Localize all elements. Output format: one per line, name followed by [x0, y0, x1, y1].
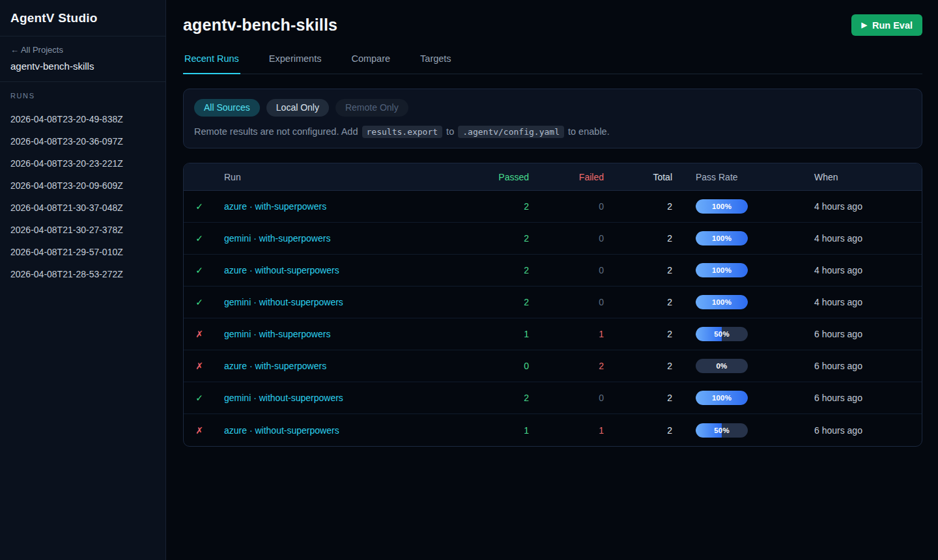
total-count: 2 — [609, 233, 677, 244]
run-eval-button[interactable]: ▶ Run Eval — [851, 14, 922, 36]
filter-pill-all-sources[interactable]: All Sources — [194, 99, 260, 117]
pass-rate-cell: 100% — [677, 199, 814, 214]
run-cell: azure · with-superpowers — [215, 361, 456, 371]
status-fail-icon: ✗ — [184, 425, 215, 436]
sidebar-run-item[interactable]: 2026-04-08T21-28-53-272Z — [10, 263, 155, 285]
pass-rate-pill: 100% — [696, 263, 748, 277]
passed-count: 2 — [456, 393, 534, 403]
remote-config-note: Remote results are not configured. Add r… — [194, 126, 911, 137]
main-header: agentv-bench-skills ▶ Run Eval — [183, 14, 922, 36]
app-root: AgentV Studio ← All Projects agentv-benc… — [0, 0, 938, 560]
passed-count: 2 — [456, 297, 534, 307]
pass-rate-cell: 100% — [677, 263, 814, 277]
run-cell: gemini · with-superpowers — [215, 233, 456, 244]
when-cell: 6 hours ago — [814, 425, 922, 436]
pass-rate-pill: 50% — [696, 327, 748, 341]
run-link[interactable]: gemini · without-superpowers — [224, 393, 343, 403]
when-cell: 4 hours ago — [814, 297, 922, 307]
total-count: 2 — [609, 201, 677, 212]
run-link[interactable]: azure · without-superpowers — [224, 265, 339, 275]
sidebar-run-item[interactable]: 2026-04-08T23-20-09-609Z — [10, 175, 155, 197]
pass-rate-label: 50% — [696, 327, 748, 341]
status-pass-icon: ✓ — [184, 233, 215, 244]
col-when: When — [814, 172, 922, 182]
pass-rate-pill: 100% — [696, 295, 748, 309]
col-run: Run — [215, 172, 456, 182]
page-title: agentv-bench-skills — [183, 16, 337, 35]
total-count: 2 — [609, 393, 677, 403]
pass-rate-label: 100% — [696, 231, 748, 245]
total-count: 2 — [609, 329, 677, 339]
failed-count: 1 — [534, 425, 609, 436]
all-projects-link[interactable]: ← All Projects — [10, 45, 155, 55]
pass-rate-pill: 100% — [696, 391, 748, 405]
filter-pill-remote-only: Remote Only — [335, 99, 408, 117]
run-cell: azure · without-superpowers — [215, 425, 456, 436]
col-total: Total — [609, 172, 677, 182]
source-filter-pills: All SourcesLocal OnlyRemote Only — [194, 99, 911, 117]
app-title: AgentV Studio — [10, 11, 155, 25]
table-body: ✓azure · with-superpowers202100%4 hours … — [184, 191, 922, 446]
sidebar-run-item[interactable]: 2026-04-08T23-20-36-097Z — [10, 130, 155, 152]
table-row: ✗gemini · with-superpowers11250%6 hours … — [184, 318, 922, 350]
run-link[interactable]: azure · with-superpowers — [224, 361, 326, 371]
passed-count: 1 — [456, 425, 534, 436]
total-count: 2 — [609, 361, 677, 371]
run-eval-label: Run Eval — [872, 20, 913, 31]
pass-rate-pill: 100% — [696, 231, 748, 245]
pass-rate-label: 100% — [696, 263, 748, 277]
sidebar-runs-section: RUNS 2026-04-08T23-20-49-838Z2026-04-08T… — [0, 82, 165, 295]
run-link[interactable]: azure · with-superpowers — [224, 201, 326, 212]
pass-rate-label: 100% — [696, 199, 748, 214]
col-pass-rate: Pass Rate — [677, 172, 814, 182]
table-row: ✓azure · with-superpowers202100%4 hours … — [184, 191, 922, 223]
pass-rate-pill: 100% — [696, 199, 748, 214]
passed-count: 2 — [456, 233, 534, 244]
sidebar-run-item[interactable]: 2026-04-08T23-20-23-221Z — [10, 152, 155, 175]
run-cell: gemini · with-superpowers — [215, 329, 456, 339]
source-filter-panel: All SourcesLocal OnlyRemote Only Remote … — [183, 89, 922, 148]
table-row: ✓gemini · with-superpowers202100%4 hours… — [184, 223, 922, 255]
tab-compare[interactable]: Compare — [350, 49, 391, 74]
sidebar-header: AgentV Studio — [0, 0, 165, 36]
pass-rate-cell: 50% — [677, 423, 814, 438]
code-config-yaml: .agentv/config.yaml — [458, 126, 564, 138]
sidebar-run-item[interactable]: 2026-04-08T21-29-57-010Z — [10, 241, 155, 263]
run-cell: azure · without-superpowers — [215, 265, 456, 275]
pass-rate-cell: 100% — [677, 231, 814, 245]
table-row: ✗azure · with-superpowers0220%6 hours ag… — [184, 350, 922, 382]
pass-rate-cell: 50% — [677, 327, 814, 341]
failed-count: 0 — [534, 393, 609, 403]
sidebar: AgentV Studio ← All Projects agentv-benc… — [0, 0, 166, 560]
when-cell: 6 hours ago — [814, 361, 922, 371]
table-row: ✗azure · without-superpowers11250%6 hour… — [184, 414, 922, 446]
status-fail-icon: ✗ — [184, 329, 215, 339]
tab-recent-runs[interactable]: Recent Runs — [183, 49, 240, 74]
pass-rate-pill: 50% — [696, 423, 748, 438]
col-failed: Failed — [534, 172, 609, 182]
pass-rate-label: 50% — [696, 423, 748, 438]
when-cell: 4 hours ago — [814, 233, 922, 244]
run-link[interactable]: azure · without-superpowers — [224, 425, 339, 436]
sidebar-run-item[interactable]: 2026-04-08T21-30-27-378Z — [10, 219, 155, 241]
table-header-row: RunPassedFailedTotalPass RateWhen — [184, 163, 922, 191]
status-fail-icon: ✗ — [184, 361, 215, 371]
run-link[interactable]: gemini · without-superpowers — [224, 297, 343, 307]
run-link[interactable]: gemini · with-superpowers — [224, 233, 330, 244]
sidebar-run-item[interactable]: 2026-04-08T21-30-37-048Z — [10, 197, 155, 219]
failed-count: 0 — [534, 297, 609, 307]
runs-section-label: RUNS — [10, 92, 155, 100]
tab-experiments[interactable]: Experiments — [268, 49, 323, 74]
run-cell: gemini · without-superpowers — [215, 297, 456, 307]
pass-rate-label: 100% — [696, 391, 748, 405]
tab-targets[interactable]: Targets — [419, 49, 453, 74]
total-count: 2 — [609, 425, 677, 436]
passed-count: 2 — [456, 265, 534, 275]
note-text: Remote results are not configured. Add — [194, 126, 361, 137]
filter-pill-local-only[interactable]: Local Only — [266, 99, 329, 117]
run-link[interactable]: gemini · with-superpowers — [224, 329, 330, 339]
run-cell: gemini · without-superpowers — [215, 393, 456, 403]
table-row: ✓gemini · without-superpowers202100%6 ho… — [184, 382, 922, 414]
tab-bar: Recent RunsExperimentsCompareTargets — [183, 49, 922, 74]
sidebar-run-item[interactable]: 2026-04-08T23-20-49-838Z — [10, 108, 155, 130]
